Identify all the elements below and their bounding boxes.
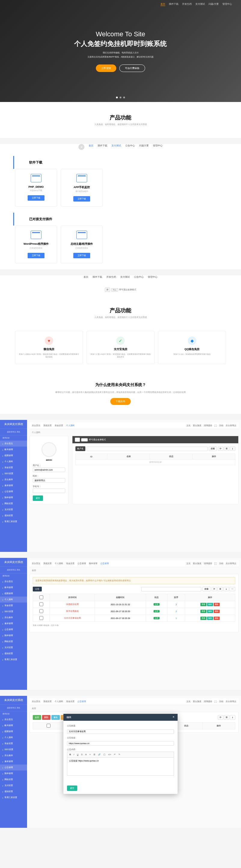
- nav-home[interactable]: 首页: [160, 2, 165, 6]
- sidebar-item[interactable]: 公告管理: [0, 626, 27, 632]
- expand-icon[interactable]: ⛶: [215, 563, 217, 565]
- edit-button[interactable]: 修改: [51, 715, 60, 720]
- nav-dev[interactable]: 开发生档: [182, 2, 192, 6]
- sidebar-item[interactable]: 权限管理: [0, 728, 27, 735]
- columns-icon[interactable]: ☰: [224, 446, 229, 451]
- sidebar-item[interactable]: 常用工具设置: [0, 795, 27, 801]
- tab-dashboard[interactable]: 后台首页: [32, 424, 40, 427]
- sidebar-item[interactable]: 公告管理: [0, 765, 27, 771]
- submit-button[interactable]: 提交: [33, 495, 43, 501]
- download-button[interactable]: 立即下载: [28, 195, 45, 200]
- sidebar-item-seo[interactable]: SEO设置: [0, 471, 27, 476]
- editor-textarea[interactable]: 公告链接 https://www.qumao.cn: [67, 757, 174, 776]
- sidebar-item[interactable]: 帐号管理: [0, 722, 27, 728]
- sidebar-item[interactable]: 附件管理: [0, 632, 27, 639]
- sidebar-item[interactable]: SEO设置: [0, 747, 27, 752]
- sidebar-item[interactable]: 常用工具设置: [0, 656, 27, 662]
- tab-admin[interactable]: 管理中心: [153, 144, 163, 150]
- refresh-icon[interactable]: ⟳: [212, 587, 217, 591]
- sidebar-item-dashboard[interactable]: 后台首页: [0, 441, 27, 446]
- tab[interactable]: 公告管理: [100, 562, 109, 565]
- bold-icon[interactable]: B: [69, 753, 72, 756]
- row-checkbox[interactable]: [39, 602, 43, 606]
- row-checkbox[interactable]: [39, 609, 43, 613]
- undo-icon[interactable]: ↶: [113, 753, 116, 756]
- tool-home[interactable]: 主页: [186, 424, 190, 427]
- download-button[interactable]: 立即下载: [73, 253, 90, 258]
- tab-paytest[interactable]: 支付测试: [111, 144, 121, 150]
- sidebar-item[interactable]: 安全设置: [0, 741, 27, 747]
- sidebar-item-announce[interactable]: 公告管理: [0, 489, 27, 495]
- tab-announce[interactable]: 公告中心: [125, 144, 135, 150]
- tab-dev[interactable]: 开发生档: [106, 275, 116, 279]
- sidebar-item[interactable]: 帐号管理: [0, 585, 27, 591]
- tab[interactable]: 安全设置: [66, 562, 75, 565]
- download-software-button[interactable]: 下载软件: [110, 398, 131, 405]
- refresh-icon[interactable]: ⟳: [218, 715, 223, 720]
- delete-button[interactable]: 删除: [42, 715, 51, 720]
- download-button[interactable]: 立即下载: [28, 253, 45, 258]
- sidebar-item[interactable]: 通知设置: [0, 651, 27, 656]
- tab-admin[interactable]: 管理中心: [148, 275, 158, 279]
- nav-plugin[interactable]: 插件下载: [169, 2, 179, 6]
- sidebar-item-tools[interactable]: 常用工具设置: [0, 519, 27, 525]
- close-icon[interactable]: ✕: [172, 716, 175, 719]
- tab-home[interactable]: 首页: [83, 275, 88, 279]
- tab-system[interactable]: 系统设置: [43, 424, 52, 427]
- sidebar-item-accounts[interactable]: 帐号管理: [0, 446, 27, 453]
- color-icon[interactable]: A: [84, 753, 88, 756]
- search-input[interactable]: [141, 587, 201, 591]
- sidebar-item-notify[interactable]: 通知设置: [0, 513, 27, 519]
- sidebar-item[interactable]: 支付设置: [0, 645, 27, 651]
- nav-pay[interactable]: 支付测试: [195, 2, 205, 6]
- search-button[interactable]: 搜索: [209, 446, 217, 451]
- tool-preview[interactable]: 前台预览: [193, 424, 201, 427]
- tab[interactable]: 个人资料: [55, 562, 63, 565]
- modal-submit-button[interactable]: 提交: [67, 785, 77, 791]
- tool-admin[interactable]: 后台管理员: [226, 424, 236, 427]
- export-icon[interactable]: ⤓: [230, 715, 235, 720]
- sidebar-item[interactable]: 网络设置: [0, 777, 27, 782]
- image-icon[interactable]: ▢: [103, 753, 106, 756]
- columns-icon[interactable]: ☰: [224, 715, 229, 720]
- select-all-checkbox[interactable]: [39, 595, 43, 599]
- sidebar-item-payment[interactable]: 支付设置: [0, 506, 27, 513]
- tab-plugin[interactable]: 插件下载: [92, 275, 102, 279]
- tab[interactable]: 后台首页: [32, 562, 40, 565]
- sidebar-item[interactable]: 后台首页: [0, 579, 27, 585]
- tab-announce[interactable]: 公告中心: [134, 275, 144, 279]
- strike-icon[interactable]: S: [80, 753, 83, 756]
- sidebar-item[interactable]: 权限管理: [0, 591, 27, 596]
- mobile-field[interactable]: [33, 489, 65, 493]
- sidebar-item[interactable]: 通知设置: [0, 788, 27, 795]
- italic-icon[interactable]: I: [73, 753, 75, 756]
- columns-icon[interactable]: ☰: [218, 587, 223, 591]
- tab[interactable]: 公告管理: [78, 562, 86, 565]
- sidebar-item[interactable]: 后台菜单: [0, 752, 27, 758]
- login-button[interactable]: 立即登陆: [96, 64, 116, 72]
- refresh-icon[interactable]: ⟳: [218, 446, 223, 451]
- download-button[interactable]: 立即下载: [73, 196, 90, 202]
- expand-icon[interactable]: ⛶: [215, 701, 217, 703]
- search-button[interactable]: 搜索: [203, 587, 210, 591]
- tab-home[interactable]: 首页: [89, 144, 93, 150]
- title-field[interactable]: [67, 730, 174, 734]
- close-icon[interactable]: ✕: [78, 144, 84, 150]
- sidebar-item[interactable]: 菜单管理: [0, 621, 27, 626]
- sidebar-item-perms[interactable]: 权限管理: [0, 453, 27, 459]
- sidebar-item-profile[interactable]: 个人资料: [0, 459, 27, 465]
- export-icon[interactable]: ⤓: [230, 446, 235, 451]
- export-icon[interactable]: ⤓: [223, 587, 229, 591]
- more-icon[interactable]: ⋯: [230, 587, 235, 591]
- search-input[interactable]: [86, 446, 208, 451]
- tab-security[interactable]: 安全设置: [55, 424, 63, 427]
- sidebar-item-menu[interactable]: 后台菜单: [0, 476, 27, 483]
- sidebar-item[interactable]: SEO设置: [0, 609, 27, 615]
- expand-icon[interactable]: ⛶: [215, 425, 217, 427]
- code-icon[interactable]: </>: [107, 753, 112, 756]
- link-icon[interactable]: 🔗: [97, 753, 102, 756]
- sidebar-item[interactable]: 个人资料: [0, 735, 27, 741]
- list-icon[interactable]: ☰: [92, 753, 96, 756]
- sidebar-item[interactable]: 后台首页: [0, 716, 27, 722]
- nickname-field[interactable]: [33, 478, 65, 483]
